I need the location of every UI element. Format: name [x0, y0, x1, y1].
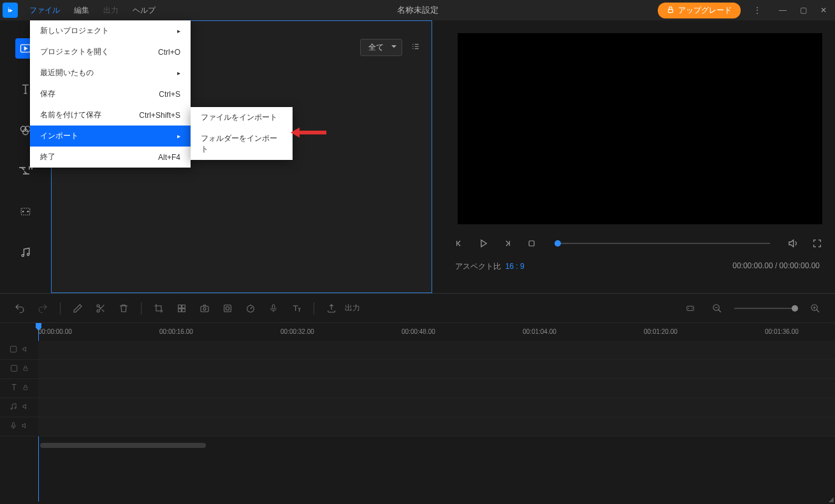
- zoom-out-icon[interactable]: [708, 299, 727, 318]
- more-icon[interactable]: ⋮: [748, 1, 766, 19]
- upgrade-button[interactable]: アップグレード: [658, 3, 741, 18]
- svg-point-8: [22, 254, 24, 256]
- close-button[interactable]: ✕: [815, 1, 832, 19]
- svg-point-12: [97, 305, 99, 307]
- redo-button[interactable]: [33, 299, 52, 318]
- export-icon[interactable]: [322, 299, 341, 318]
- freeze-icon[interactable]: [218, 299, 237, 318]
- media-filter-select[interactable]: 全て: [360, 39, 402, 56]
- lock-icon: [667, 6, 674, 15]
- menu-output: 出力: [97, 1, 125, 20]
- preview-progress[interactable]: [555, 243, 770, 244]
- ruler-mark: 00:01:04.00: [523, 328, 556, 335]
- timeline-toolbar: 出力: [0, 294, 835, 323]
- annotation-arrow: [291, 127, 326, 138]
- maximize-button[interactable]: ▢: [794, 1, 812, 19]
- svg-point-6: [23, 211, 24, 212]
- fullscreen-button[interactable]: [810, 236, 825, 251]
- svg-rect-10: [529, 241, 534, 246]
- next-frame-button[interactable]: [500, 236, 515, 251]
- svg-rect-16: [178, 308, 182, 312]
- svg-rect-28: [11, 365, 17, 371]
- preview-time: 00:00:00.00 / 00:00:00.00: [732, 261, 820, 272]
- play-button[interactable]: [476, 236, 491, 251]
- svg-rect-20: [224, 305, 231, 312]
- prev-frame-button[interactable]: [451, 236, 467, 251]
- svg-rect-17: [182, 308, 185, 312]
- svg-rect-14: [178, 305, 182, 308]
- aspect-value[interactable]: 16 : 9: [505, 262, 525, 271]
- submenu-import-file[interactable]: ファイルをインポート: [191, 107, 293, 128]
- music-icon: [9, 402, 18, 413]
- menu-import[interactable]: インポート: [30, 126, 191, 147]
- stop-button[interactable]: [524, 236, 539, 251]
- undo-button[interactable]: [10, 299, 29, 318]
- ruler-mark: 00:00:16.00: [159, 328, 193, 335]
- lock-icon[interactable]: [22, 384, 29, 393]
- zoom-slider[interactable]: [734, 308, 798, 309]
- cut-icon[interactable]: [91, 299, 110, 318]
- menu-exit[interactable]: 終了Alt+F4: [30, 147, 191, 168]
- svg-point-19: [203, 307, 206, 310]
- voiceover-icon[interactable]: [264, 299, 283, 318]
- svg-marker-11: [291, 127, 326, 138]
- crop-icon[interactable]: [149, 299, 168, 318]
- menu-open-project[interactable]: プロジェクトを開くCtrl+O: [30, 41, 191, 62]
- snapshot-icon[interactable]: [195, 299, 214, 318]
- menu-help[interactable]: ヘルプ: [126, 1, 162, 20]
- menu-edit[interactable]: 編集: [68, 1, 96, 20]
- menu-file[interactable]: ファイル: [23, 1, 66, 20]
- voice-track[interactable]: [0, 417, 835, 436]
- timeline-scrollbar[interactable]: [40, 443, 206, 448]
- svg-rect-18: [201, 306, 208, 312]
- svg-rect-23: [272, 305, 275, 309]
- menu-save[interactable]: 保存Ctrl+S: [30, 83, 191, 104]
- timeline: 出力 00:00:00.00 00:00:16.00 00:00:32.00 0…: [0, 293, 835, 503]
- edit-icon[interactable]: [68, 299, 87, 318]
- audio-track[interactable]: [0, 398, 835, 417]
- tracks: [0, 341, 835, 436]
- overlay-tab[interactable]: [15, 201, 36, 222]
- minimize-button[interactable]: —: [774, 1, 792, 19]
- mute-icon[interactable]: [22, 345, 29, 355]
- svg-point-32: [15, 407, 16, 408]
- delete-icon[interactable]: [114, 299, 133, 318]
- svg-point-7: [27, 211, 29, 212]
- ruler-mark: 00:00:00.00: [38, 328, 72, 335]
- text-track[interactable]: [0, 379, 835, 398]
- submenu-import-folder[interactable]: フォルダーをインポート: [191, 128, 293, 160]
- text-tool-icon[interactable]: [287, 299, 306, 318]
- svg-rect-30: [24, 387, 27, 390]
- video-track-2[interactable]: [0, 360, 835, 379]
- ruler-mark: 00:01:20.00: [644, 328, 678, 335]
- menu-recent[interactable]: 最近開いたもの: [30, 62, 191, 83]
- ruler-mark: 00:00:48.00: [402, 328, 435, 335]
- film-icon: [9, 345, 18, 356]
- preview-panel: アスペクト比 16 : 9 00:00:00.00 / 00:00:00.00: [432, 20, 835, 293]
- svg-rect-27: [10, 346, 16, 352]
- svg-point-9: [27, 254, 29, 256]
- list-view-toggle[interactable]: [410, 42, 421, 53]
- svg-point-31: [11, 408, 12, 409]
- aspect-label: アスペクト比: [455, 262, 501, 271]
- window-title: 名称未設定: [397, 4, 439, 16]
- mosaic-icon[interactable]: [172, 299, 191, 318]
- video-track[interactable]: [0, 341, 835, 360]
- zoom-in-icon[interactable]: [806, 299, 825, 318]
- speed-icon[interactable]: [241, 299, 260, 318]
- audio-tab[interactable]: [15, 242, 36, 263]
- export-label[interactable]: 出力: [345, 303, 360, 313]
- fit-icon[interactable]: [681, 299, 700, 318]
- ruler-mark: 00:00:32.00: [280, 328, 314, 335]
- mute-icon[interactable]: [22, 403, 29, 412]
- app-logo: i▸: [3, 3, 18, 18]
- menu-new-project[interactable]: 新しいプロジェクト: [30, 20, 191, 41]
- svg-rect-33: [13, 422, 15, 426]
- lock-icon[interactable]: [22, 364, 29, 374]
- menu-save-as[interactable]: 名前を付けて保存Ctrl+Shift+S: [30, 104, 191, 126]
- mute-icon[interactable]: [21, 422, 29, 431]
- resize-grip[interactable]: ◢: [829, 496, 834, 503]
- timeline-ruler[interactable]: 00:00:00.00 00:00:16.00 00:00:32.00 00:0…: [0, 323, 835, 341]
- svg-point-21: [226, 306, 229, 310]
- volume-button[interactable]: [785, 236, 801, 251]
